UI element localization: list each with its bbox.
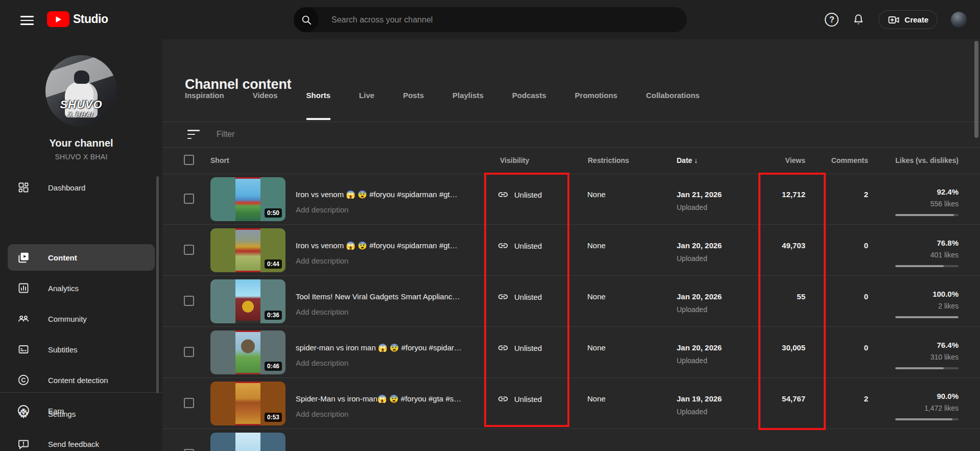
video-thumbnail[interactable]: 0:36 [210,279,285,323]
restrictions-cell: None [587,394,606,403]
date-cell: Jan 20, 2026Uploaded [677,241,722,263]
col-visibility[interactable]: Visibility [500,156,529,164]
video-title[interactable]: spider-man vs iron man 😱 😨 #foryou #spid… [296,343,480,352]
tab-inspiration[interactable]: Inspiration [185,91,224,120]
like-ratio-bar [895,214,959,216]
visibility-label: Unlisted [514,293,542,301]
add-description[interactable]: Add description [296,359,348,367]
row-checkbox[interactable] [184,398,194,408]
tab-live[interactable]: Live [359,91,374,120]
visibility-cell[interactable]: Unlisted [497,342,542,353]
community-icon [17,312,30,325]
col-views[interactable]: Views [735,156,805,164]
sidebar-item-content-detection[interactable]: Content detection [0,368,162,392]
tab-videos[interactable]: Videos [253,91,278,120]
date-note: Uploaded [677,408,722,416]
row-checkbox[interactable] [184,245,194,255]
sidebar-item-analytics[interactable]: Analytics [0,276,162,300]
youtube-studio-logo[interactable]: Studio [47,11,108,27]
video-thumbnail[interactable] [210,433,285,451]
filter-icon[interactable] [187,130,200,139]
notifications-bell-icon[interactable] [852,13,865,27]
main-scrollbar[interactable] [974,41,978,138]
sidebar-scrollbar[interactable] [156,176,159,393]
sidebar-item-content[interactable]: Content [8,244,155,271]
visibility-label: Unlisted [514,242,542,250]
date-note: Uploaded [677,305,722,314]
link-icon [497,240,509,251]
feedback-icon [17,437,30,450]
create-button[interactable]: Create [878,10,938,29]
avatar-art-text2: X BHAI [45,111,117,117]
sidebar-item-send-feedback[interactable]: Send feedback [0,432,162,451]
tab-podcasts[interactable]: Podcasts [512,91,546,120]
thumbnail-art [235,330,260,374]
help-icon[interactable]: ? [825,13,839,27]
row-checkbox[interactable] [184,194,194,204]
visibility-cell[interactable]: Unlisted [497,189,542,200]
tab-collaborations[interactable]: Collaborations [646,91,700,120]
video-thumbnail[interactable]: 0:53 [210,382,285,425]
sidebar-item-label: Settings [48,410,76,418]
row-checkbox[interactable] [184,347,194,357]
tab-posts[interactable]: Posts [403,91,424,120]
video-title[interactable]: Spider-Man vs iron-man😱 😨 #foryou #gta #… [296,394,480,403]
duration-badge: 0:50 [265,208,282,218]
video-thumbnail[interactable]: 0:46 [210,330,285,374]
tab-shorts[interactable]: Shorts [306,91,331,120]
studio-wordmark: Studio [73,12,108,26]
col-comments[interactable]: Comments [817,156,868,164]
account-avatar[interactable] [951,12,967,28]
short-row: 0:44 Iron vs venom 😱 😨 #foryou #spidarma… [162,225,980,276]
date-cell: Jan 19, 2026Uploaded [677,394,722,416]
channel-avatar[interactable]: SHUVO X BHAI [45,55,117,127]
duration-badge: 0:36 [265,311,282,320]
thumbnail-art [235,279,260,323]
sidebar-item-community[interactable]: Community [0,306,162,331]
tab-playlists[interactable]: Playlists [452,91,484,120]
row-checkbox[interactable] [184,449,194,451]
tab-promotions[interactable]: Promotions [575,91,617,120]
sidebar-item-settings[interactable]: ⚙ Settings [0,401,162,426]
add-description[interactable]: Add description [296,307,348,316]
sort-descending-icon: ↓ [694,156,698,164]
video-thumbnail[interactable]: 0:44 [210,228,285,272]
search-input[interactable] [319,15,687,25]
sidebar-item-label: Dashboard [48,183,85,192]
visibility-cell[interactable]: Unlisted [497,291,542,302]
visibility-cell[interactable]: Unlisted [497,240,542,251]
sidebar-item-dashboard[interactable]: Dashboard [0,175,162,200]
add-description[interactable]: Add description [296,256,348,265]
comments-cell: 0 [817,241,868,250]
row-checkbox[interactable] [184,296,194,306]
short-row: 0:46 spider-man vs iron man 😱 😨 #foryou … [162,327,980,378]
visibility-cell[interactable]: Unlisted [497,393,542,405]
content-icon [17,251,30,264]
top-bar: Studio ? Create [0,0,980,39]
date-cell: Jan 21, 2026Uploaded [677,190,722,211]
video-title[interactable]: Iron vs venom 😱 😨 #foryou #spidarman #gt… [296,190,480,199]
add-description[interactable]: Add description [296,410,348,418]
col-likes[interactable]: Likes (vs. dislikes) [878,156,959,164]
link-icon [497,393,509,405]
video-title[interactable]: Iron vs venom 😱 😨 #foryou #spidarman #gt… [296,241,480,250]
col-date[interactable]: Date ↓ [677,156,698,164]
filter-bar [162,122,980,147]
video-title[interactable]: Tool Items! New Viral Gadgets Smart Appl… [296,292,480,301]
filter-input[interactable] [217,130,421,139]
col-short[interactable]: Short [210,156,229,164]
search-icon[interactable] [294,7,319,32]
restrictions-cell: None [587,190,606,199]
add-description[interactable]: Add description [296,205,348,214]
sidebar-item-label: Send feedback [48,440,99,448]
likes-count: 556 likes [878,200,959,208]
content-tabs: Inspiration Videos Shorts Live Posts Pla… [185,91,700,120]
menu-icon[interactable] [20,13,34,26]
col-restrictions[interactable]: Restrictions [588,156,629,164]
duration-badge: 0:53 [265,413,282,422]
video-thumbnail[interactable]: 0:50 [210,177,285,221]
copyright-icon [17,373,30,387]
sidebar-item-subtitles[interactable]: Subtitles [0,337,162,362]
select-all-checkbox[interactable] [184,155,194,165]
page-title: Channel content [185,77,292,92]
